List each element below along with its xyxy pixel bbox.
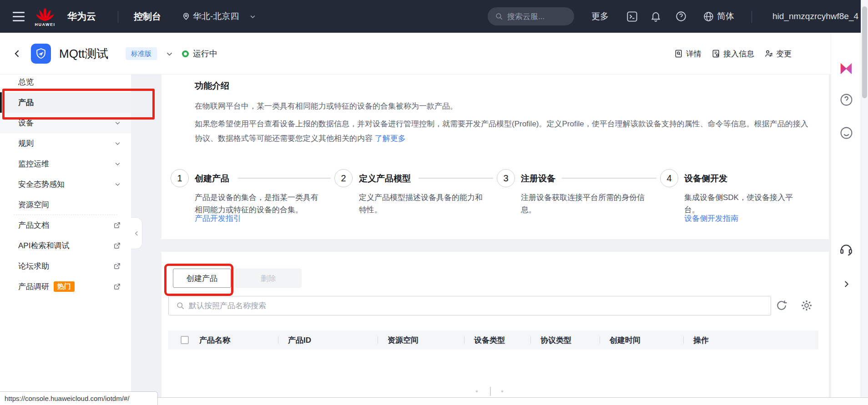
help-icon[interactable] — [675, 0, 687, 33]
sidebar-item-forum-help[interactable]: 论坛求助 — [0, 256, 131, 276]
feedback-smiley-icon[interactable] — [831, 126, 861, 140]
search-icon — [176, 301, 185, 310]
region-chevron-down-icon[interactable] — [249, 0, 256, 33]
access-info-doc-icon — [712, 49, 721, 58]
support-headset-icon[interactable] — [831, 242, 861, 256]
create-product-button[interactable]: 创建产品 — [173, 269, 231, 288]
step-connector-2 — [419, 178, 493, 179]
access-info-button[interactable]: 接入信息 — [712, 49, 754, 59]
scrollbar-thumb[interactable] — [862, 6, 867, 98]
browser-status-url: https://console.huaweicloud.com/iotdm/#/ — [0, 391, 158, 405]
sidebar-item-label: 产品调研 — [18, 281, 49, 292]
detail-button[interactable]: 详情 — [674, 49, 701, 59]
detail-label: 详情 — [686, 49, 701, 59]
topbar-divider — [118, 11, 118, 23]
language-selector[interactable]: 简体 — [703, 0, 734, 33]
sidebar-item-label: 监控运维 — [18, 159, 49, 169]
select-all-checkbox[interactable] — [181, 336, 189, 344]
huawei-cloud-console: HUAWEI 华为云 控制台 华北-北京四 搜索云服... 更多 — [0, 0, 868, 405]
chevron-left-icon — [134, 230, 140, 236]
huawei-logo[interactable]: HUAWEI — [35, 0, 56, 33]
more-menu[interactable]: 更多 — [591, 0, 609, 33]
region-selector[interactable]: 华北-北京四 — [193, 0, 239, 33]
step-4-description: 集成设备侧SDK，使设备接入平台。 — [684, 191, 808, 216]
bell-icon[interactable] — [650, 0, 661, 33]
search-icon — [495, 12, 503, 20]
sidebar-item-product-survey[interactable]: 产品调研热门 — [0, 276, 131, 297]
sidebar-item-monitor-om[interactable]: 监控运维 — [0, 154, 131, 174]
step-1-description: 产品是设备的集合，是指某一类具有相同能力或特征的设备的合集。 — [195, 191, 318, 216]
column-header-protocol-type: 协议类型 — [530, 330, 600, 350]
refresh-button[interactable] — [774, 298, 789, 313]
page-scrollbar[interactable] — [861, 0, 868, 397]
step-4-title: 设备侧开发 — [684, 173, 727, 185]
change-button[interactable]: 变更 — [764, 49, 792, 59]
step-1-guide-link[interactable]: 产品开发指引 — [195, 213, 241, 224]
step-3-circle: 3 — [497, 169, 515, 187]
empty-state-partial — [473, 386, 510, 396]
step-4-circle: 4 — [660, 169, 678, 187]
product-search-input[interactable]: 默认按照产品名称搜索 — [168, 296, 771, 315]
column-header-product-id: 产品ID — [278, 330, 378, 350]
sidebar-item-api-explorer[interactable]: API检索和调试 — [0, 235, 131, 256]
sidebar-item-overview[interactable]: 总览 — [0, 72, 131, 92]
learn-more-link[interactable]: 了解更多 — [375, 134, 406, 143]
terminal-icon[interactable] — [626, 0, 638, 33]
sidebar-collapse-button[interactable] — [131, 217, 142, 249]
main-menu-button[interactable] — [13, 0, 25, 33]
brand-name[interactable]: 华为云 — [67, 0, 96, 33]
delete-button[interactable]: 删除 — [235, 269, 302, 288]
chevron-down-icon — [114, 120, 121, 126]
paper-plane-icon — [38, 52, 43, 56]
globe-icon — [703, 11, 714, 22]
change-person-icon — [764, 49, 773, 58]
status-running-icon — [182, 50, 189, 57]
table-settings-button[interactable] — [799, 298, 814, 313]
sidebar-item-label: API检索和调试 — [18, 240, 69, 251]
right-rail — [831, 33, 861, 397]
huawei-cloud-brand-icon[interactable] — [831, 61, 861, 76]
huawei-flower-icon — [35, 6, 56, 22]
sidebar-item-security-posture[interactable]: 安全态势感知 — [0, 174, 131, 195]
status-label: 运行中 — [193, 48, 217, 59]
edition-badge: 标准版 — [126, 47, 157, 60]
column-header-created-time: 创建时间 — [600, 330, 683, 350]
sidebar-item-label: 产品文档 — [18, 220, 49, 230]
external-link-icon — [113, 221, 121, 229]
topbar-divider-2 — [752, 11, 752, 23]
help-circle-icon[interactable] — [831, 93, 861, 107]
cloud-search-input[interactable]: 搜索云服... — [488, 7, 574, 25]
detail-doc-icon — [674, 49, 683, 58]
intro-title: 功能介绍 — [195, 80, 229, 92]
sidebar-item-device[interactable]: 设备 — [0, 113, 131, 133]
chevron-down-icon — [114, 181, 121, 188]
select-all-cell — [168, 330, 194, 350]
instance-chevron-down-icon[interactable] — [166, 33, 173, 75]
step-2-title: 定义产品模型 — [359, 173, 411, 185]
sidebar-item-product[interactable]: 产品 — [0, 92, 131, 113]
hot-badge: 热门 — [54, 281, 75, 292]
sidebar-item-label: 产品 — [18, 97, 34, 108]
column-header-actions: 操作 — [683, 330, 818, 350]
sidebar-item-resource-space[interactable]: 资源空间 — [0, 195, 131, 215]
console-link[interactable]: 控制台 — [134, 0, 161, 33]
instance-app-icon — [31, 44, 51, 64]
back-chevron-icon — [13, 49, 22, 59]
step-4-guide-link[interactable]: 设备侧开发指南 — [684, 213, 738, 224]
back-button[interactable] — [13, 33, 22, 75]
external-link-icon — [113, 283, 121, 290]
sidebar-item-rules[interactable]: 规则 — [0, 133, 131, 154]
username: hid_nmzqzrcyhwf8e_4 — [772, 11, 862, 21]
topbar: HUAWEI 华为云 控制台 华北-北京四 搜索云服... 更多 — [0, 0, 868, 33]
step-connector-3 — [562, 178, 656, 179]
location-pin-icon — [182, 0, 190, 33]
step-1-title: 创建产品 — [195, 173, 229, 185]
account-menu[interactable]: hid_nmzqzrcyhwf8e_4 — [772, 0, 862, 33]
column-header-device-type: 设备类型 — [464, 330, 530, 350]
intro-paragraph-2-line2: 协议、数据格式等可能还需要您定义其他相关的内容 了解更多 — [195, 133, 406, 144]
column-header-product-name: 产品名称 — [194, 330, 278, 350]
language-label: 简体 — [717, 10, 734, 22]
product-table-header: 产品名称产品ID资源空间设备类型协议类型创建时间操作 — [168, 330, 818, 350]
expand-chevron-icon[interactable] — [831, 277, 861, 291]
sidebar-item-product-docs[interactable]: 产品文档 — [0, 215, 131, 235]
